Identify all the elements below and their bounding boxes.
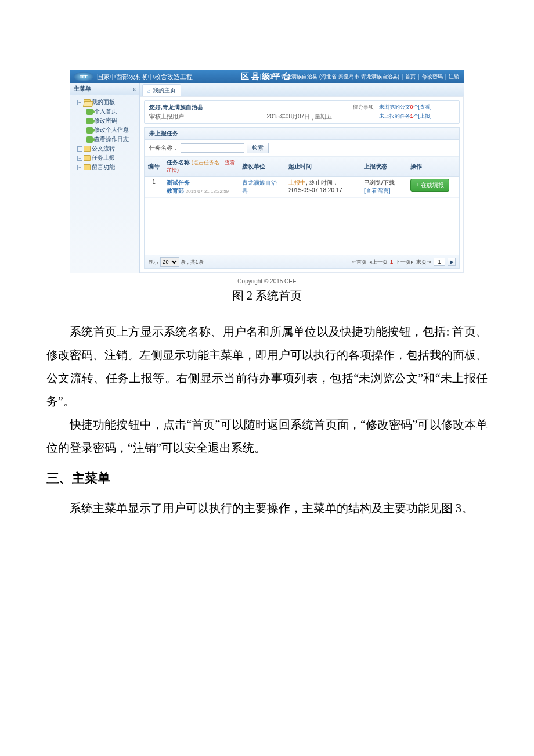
pager-go-button[interactable]: ▶ (448, 258, 456, 266)
task-search-label: 任务名称： (149, 144, 178, 152)
task-table: 编号 任务名称 (点击任务名，查看详情) 接收单位 起止时间 上报状态 操作 (145, 157, 459, 198)
pager-next[interactable]: 下一页▸ (395, 258, 414, 266)
pager-last[interactable]: 末页⇥ (416, 258, 431, 266)
todo-panel: 待办事项 未浏览的公文0个[查看] 待办事项 未上报的任务1个[上报] (349, 101, 459, 123)
heading-main-menu: 三、主菜单 (46, 470, 488, 487)
content-area: ⌂ 我的主页 您好,青龙满族自治县 审核上报用户 (140, 83, 464, 273)
puzzle-icon (86, 136, 93, 143)
tab-my-home[interactable]: ⌂ 我的主页 (142, 84, 181, 96)
nav-logout-link[interactable]: 注销 (449, 73, 459, 81)
search-button[interactable]: 检索 (247, 143, 269, 153)
task-search-row: 任务名称： 检索 (145, 140, 459, 157)
cell-action: + 在线填报 (407, 177, 459, 198)
pager-goto-input[interactable] (434, 258, 445, 266)
system-name: 国家中西部农村初中校舍改造工程 (97, 73, 193, 81)
tree-personal-home[interactable]: 个人首页 (71, 107, 138, 116)
col-status: 上报状态 (360, 157, 407, 177)
view-unread-doc-link[interactable]: [查看] (418, 104, 432, 110)
puzzle-icon (86, 127, 93, 134)
pager-current: 1 (390, 259, 393, 265)
tree-my-panel[interactable]: − 我的面板 (71, 98, 138, 107)
todo-label: 待办事项 (353, 103, 374, 111)
tree-toggle-icon[interactable]: − (77, 100, 82, 105)
body-paragraph-1: 系统首页上方显示系统名称、用户名和所属单位以及快捷功能按钮，包括: 首页、修改密… (46, 320, 488, 413)
folder-icon (84, 146, 91, 152)
col-task-name: 任务名称 (点击任务名，查看详情) (163, 157, 239, 177)
top-banner: CEE 国家中西部农村初中校舍改造工程 区县级平台 | 欢迎： 青龙满族自治县 … (70, 70, 464, 83)
nav-changepw-link[interactable]: 修改密码 (422, 73, 443, 81)
pager-prev[interactable]: ◂上一页 (369, 258, 388, 266)
sidebar-collapse-icon[interactable]: « (132, 86, 136, 92)
greeting-username: 青龙满族自治县 (163, 104, 203, 110)
folder-icon (84, 164, 91, 170)
sidebar-title: 主菜单 (74, 85, 91, 93)
col-deadline: 起止时间 (285, 157, 360, 177)
system-home-screenshot: CEE 国家中西部农村初中校舍改造工程 区县级平台 | 欢迎： 青龙满族自治县 … (70, 70, 464, 273)
cell-no: 1 (145, 177, 163, 198)
platform-title: 区县级平台 (241, 71, 293, 82)
report-task-link[interactable]: [上报] (418, 113, 432, 119)
tree-edit-personal-info[interactable]: 修改个人信息 (71, 125, 138, 135)
puzzle-icon (86, 118, 93, 124)
logo: CEE (74, 72, 93, 81)
sidebar-header: 主菜单 « (70, 83, 139, 95)
tree-task-report[interactable]: + 任务上报 (71, 153, 138, 163)
body-paragraph-2: 快捷功能按钮中，点击“首页”可以随时返回系统首页面，“修改密码”可以修改本单位的… (46, 413, 488, 459)
nav-home-link[interactable]: 首页 (405, 73, 416, 81)
greeting-role: 审核上报用户 (149, 113, 246, 121)
online-fill-button[interactable]: + 在线填报 (410, 179, 449, 192)
greeting-hello: 您好, (149, 104, 163, 110)
cell-task-name[interactable]: 测试任务 教育部 2015-07-31 18:22:59 (163, 177, 239, 198)
tree-view-log[interactable]: 查看操作日志 (71, 135, 138, 144)
figure-caption: 图 2 系统首页 (46, 288, 488, 304)
folder-open-icon (84, 99, 91, 105)
body-paragraph-3: 系统主菜单显示了用户可以执行的主要操作，主菜单的结构及主要功能见图 3。 (46, 496, 488, 520)
tree-toggle-icon[interactable]: + (77, 146, 82, 152)
table-row: 1 测试任务 教育部 2015-07-31 18:22:59 青龙满族自治县 (145, 177, 459, 198)
task-panel-title: 未上报任务 (145, 128, 459, 140)
unreported-task-panel: 未上报任务 任务名称： 检索 编号 (144, 127, 460, 269)
tree-change-password[interactable]: 修改密码 (71, 116, 138, 125)
greeting-date: 2015年08月07日 , 星期五 (250, 101, 349, 123)
home-icon: ⌂ (147, 88, 151, 94)
puzzle-icon (86, 109, 93, 115)
cell-receiver: 青龙满族自治县 (239, 177, 285, 198)
sidebar-tree: − 我的面板 个人首页 修改密码 修改个人信息 (70, 95, 139, 174)
welcome-user: 青龙满族自治县 (河北省-秦皇岛市-青龙满族自治县) (281, 73, 399, 81)
tree-message[interactable]: + 留言功能 (71, 163, 138, 172)
pager-first[interactable]: ⇤首页 (352, 258, 367, 266)
folder-icon (84, 155, 91, 161)
task-name-input[interactable] (181, 143, 244, 153)
tab-bar: ⌂ 我的主页 (140, 83, 464, 97)
tree-toggle-icon[interactable]: + (77, 165, 82, 170)
col-receiver: 接收单位 (239, 157, 285, 177)
cell-status: 已浏览/下载 [查看留言] (360, 177, 407, 198)
sidebar: 主菜单 « − 我的面板 个人首页 修改密码 (70, 83, 140, 273)
greeting-panel: 您好,青龙满族自治县 审核上报用户 2015年08月07日 , 星期五 待办事项 (144, 100, 460, 124)
tree-toggle-icon[interactable]: + (77, 156, 82, 161)
pager-bar: 显示 20 条 , 共1条 ⇤首页 ◂上一页 1 下一页▸ 末页⇥ (145, 255, 459, 268)
col-no: 编号 (145, 157, 163, 177)
col-action: 操作 (407, 157, 459, 177)
tree-doc-flow[interactable]: + 公文流转 (71, 144, 138, 153)
cell-deadline: 上报中, 终止时间： 2015-09-07 18:20:17 (285, 177, 360, 198)
view-message-link[interactable]: [查看留言] (364, 187, 403, 195)
copyright: Copyright © 2015 CEE (46, 278, 488, 285)
page-size-select[interactable]: 20 (160, 257, 179, 267)
